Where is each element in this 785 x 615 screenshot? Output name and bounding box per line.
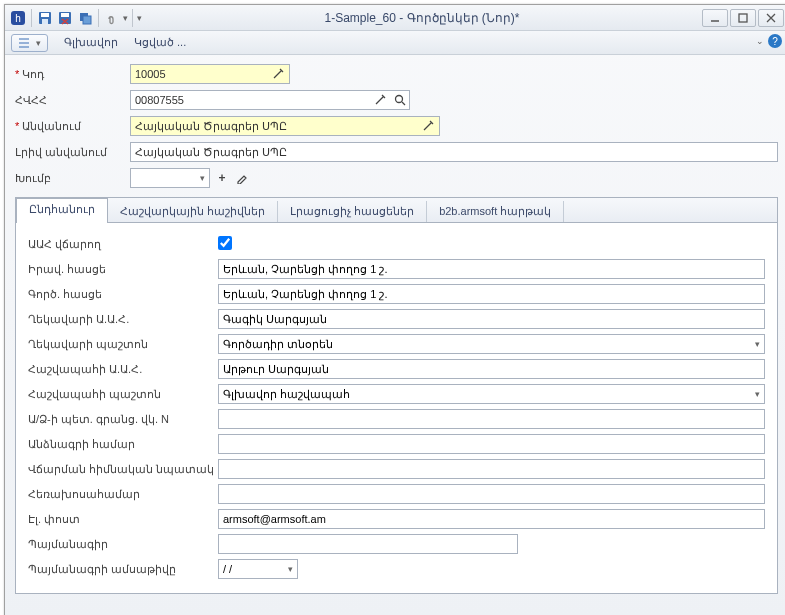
email-input[interactable] [218, 509, 765, 529]
acc-pos-value: Գլխավոր հաշվապահ [223, 388, 350, 401]
titlebar: h ▾ ▾ 1-Sample_60 - Գործընկեր (Նոր)* [5, 5, 785, 31]
view-dropdown[interactable]: ▾ [11, 34, 48, 52]
head-pos-value: Գործադիր տնօրեն [223, 338, 333, 351]
code-input[interactable] [130, 64, 290, 84]
contract-date-value: / / [223, 563, 288, 575]
fullname-input[interactable] [130, 142, 778, 162]
head-name-input[interactable] [218, 309, 765, 329]
edit-icon[interactable] [232, 168, 252, 188]
email-label: Էլ. փոստ [28, 513, 218, 526]
tabs-container: Ընդհանուր Հաշվարկային հաշիվներ Լրացուցիչ… [15, 197, 778, 594]
name-label: Անվանում [22, 120, 81, 133]
biz-addr-input[interactable] [218, 284, 765, 304]
chevron-down-icon: ▾ [36, 38, 41, 48]
help-icon[interactable]: ? [768, 34, 782, 48]
pay-purpose-label: Վճարման հիմնական նպատակ [28, 463, 218, 476]
chevron-down-icon: ▾ [755, 339, 760, 349]
fullname-label: Լրիվ անվանում [15, 146, 107, 159]
hvrr-label: ՀՎՀՀ [15, 94, 47, 107]
code-label: Կոդ [22, 68, 44, 81]
wand-icon[interactable] [370, 90, 390, 110]
contract-date-input[interactable]: / / ▾ [218, 559, 298, 579]
save-icon[interactable] [36, 9, 54, 27]
form-area: *Կոդ ՀՎՀՀ *Անվանում [5, 55, 785, 615]
svg-text:h: h [15, 13, 21, 24]
acc-pos-select[interactable]: Գլխավոր հաշվապահ▾ [218, 384, 765, 404]
attach-icon[interactable] [103, 9, 121, 27]
acc-name-input[interactable] [218, 359, 765, 379]
vat-payer-label: ԱԱՀ վճարող [28, 238, 218, 251]
chevron-down-icon[interactable]: ▾ [192, 168, 212, 188]
tab-addresses[interactable]: Լրացուցիչ հասցեներ [278, 201, 427, 222]
add-icon[interactable]: + [212, 168, 232, 188]
chevron-down-icon: ▾ [288, 564, 293, 574]
svg-line-15 [402, 102, 405, 105]
svg-rect-6 [61, 13, 69, 17]
app-icon: h [9, 9, 27, 27]
hvrr-input[interactable] [130, 90, 410, 110]
maximize-button[interactable] [730, 9, 756, 27]
vat-payer-checkbox[interactable] [218, 236, 232, 250]
acc-name-label: Հաշվապահի Ա.Ա.Հ. [28, 363, 218, 376]
name-input[interactable] [130, 116, 440, 136]
minimize-button[interactable] [702, 9, 728, 27]
menu-bar: ▾ Գլխավոր Կցված ... ⌄ ? [5, 31, 785, 55]
menu-main[interactable]: Գլխավոր [64, 36, 118, 49]
attach-chevron-icon[interactable]: ▾ [123, 13, 128, 23]
search-icon[interactable] [390, 90, 410, 110]
contract-input[interactable] [218, 534, 518, 554]
head-pos-label: Ղեկավարի պաշտոն [28, 338, 218, 351]
tab-content-general: ԱԱՀ վճարող Իրավ. հասցե Գործ. հասցե Ղեկավ… [16, 223, 777, 593]
save-close-icon[interactable] [56, 9, 74, 27]
required-marker: * [15, 120, 19, 133]
list-icon [18, 37, 32, 49]
biz-addr-label: Գործ. հասցե [28, 288, 218, 301]
menu-attached[interactable]: Կցված ... [134, 36, 186, 49]
svg-rect-4 [42, 19, 48, 24]
pay-purpose-input[interactable] [218, 459, 765, 479]
window-title: 1-Sample_60 - Գործընկեր (Նոր)* [142, 11, 702, 25]
svg-rect-8 [83, 16, 91, 24]
tabstrip: Ընդհանուր Հաշվարկային հաշիվներ Լրացուցիչ… [16, 198, 777, 223]
passport-input[interactable] [218, 434, 765, 454]
tab-b2b[interactable]: b2b.armsoft հարթակ [427, 201, 564, 222]
tab-accounts[interactable]: Հաշվարկային հաշիվներ [108, 201, 278, 222]
svg-rect-10 [739, 14, 747, 22]
state-reg-label: Ա/Ձ-ի պետ. գրանց. վկ. N [28, 413, 218, 426]
phone-label: Հեռախոսահամար [28, 488, 218, 501]
contract-date-label: Պայմանագրի ամսաթիվը [28, 563, 218, 576]
head-pos-select[interactable]: Գործադիր տնօրեն▾ [218, 334, 765, 354]
window-frame: h ▾ ▾ 1-Sample_60 - Գործընկեր (Նոր)* [4, 4, 785, 615]
phone-input[interactable] [218, 484, 765, 504]
acc-pos-label: Հաշվապահի պաշտոն [28, 388, 218, 401]
svg-rect-3 [41, 13, 49, 17]
collapse-chevron-icon[interactable]: ⌄ [756, 36, 764, 46]
passport-label: Անձնագրի համար [28, 438, 218, 451]
legal-addr-label: Իրավ. հասցե [28, 263, 218, 276]
contract-label: Պայմանագիր [28, 538, 218, 551]
svg-point-14 [396, 96, 403, 103]
legal-addr-input[interactable] [218, 259, 765, 279]
duplicate-icon[interactable] [76, 9, 94, 27]
group-label: Խումբ [15, 172, 51, 185]
tab-general[interactable]: Ընդհանուր [16, 198, 108, 223]
required-marker: * [15, 68, 19, 81]
close-button[interactable] [758, 9, 784, 27]
chevron-down-icon: ▾ [755, 389, 760, 399]
state-reg-input[interactable] [218, 409, 765, 429]
head-name-label: Ղեկավարի Ա.Ա.Հ. [28, 313, 218, 326]
